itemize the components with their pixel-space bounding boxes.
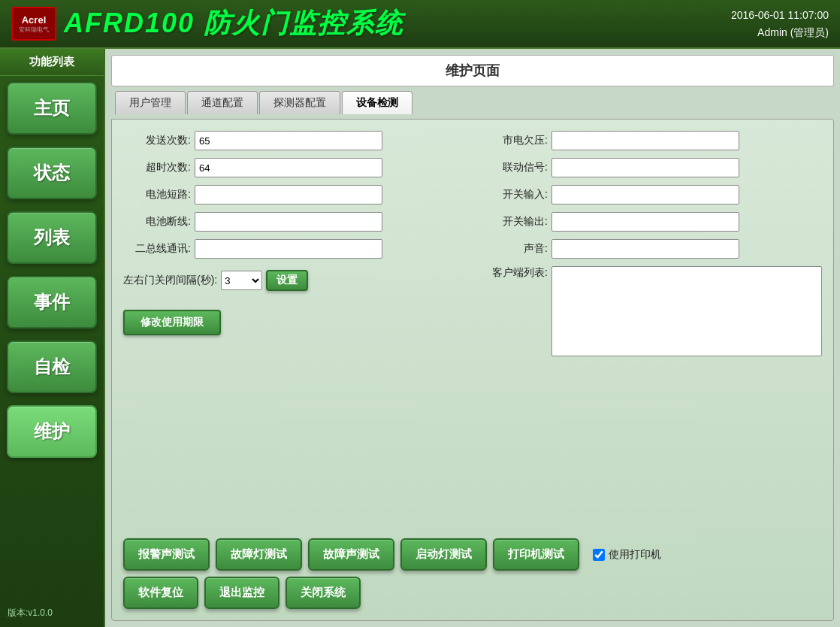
form-body: 发送次数: 超时次数: 电池短路: 电池断线: [123,131,822,525]
start-light-test-button[interactable]: 启动灯测试 [400,538,487,571]
sidebar-item-status[interactable]: 状态 [7,147,97,199]
sidebar-item-maintain[interactable]: 维护 [7,405,97,458]
form-panel: 发送次数: 超时次数: 电池短路: 电池断线: [111,119,834,621]
battery-short-label: 电池短路: [123,188,191,201]
datetime: 2016-06-01 11:07:00 [731,7,829,23]
door-interval-select[interactable]: 1 2 3 4 5 [221,271,262,290]
bus-comm-input[interactable] [195,239,382,259]
btn-row-1: 报警声测试 故障灯测试 故障声测试 启动灯测试 打印机测试 使用打印机 [123,538,822,571]
logo-text-main: Acrel [22,14,47,26]
switch-input-label: 开关输入: [480,188,548,201]
send-count-label: 发送次数: [123,134,191,147]
sidebar-item-event[interactable]: 事件 [7,276,97,329]
form-left: 发送次数: 超时次数: 电池短路: 电池断线: [123,131,465,525]
tabs-container: 用户管理 通道配置 探测器配置 设备检测 [111,91,834,114]
door-interval-label: 左右门关闭间隔(秒): [123,274,217,287]
modify-period-button[interactable]: 修改使用期限 [123,310,221,335]
bus-comm-row: 二总线通讯: [123,239,465,259]
sidebar-item-selfcheck[interactable]: 自检 [7,341,97,393]
close-system-button[interactable]: 关闭系统 [286,577,361,609]
print-checkbox-label[interactable]: 使用打印机 [609,548,661,562]
form-right: 市电欠压: 联动信号: 开关输入: 开关输出: [480,131,822,525]
content-area: 维护页面 用户管理 通道配置 探测器配置 设备检测 发送次数: 超时次数: [105,49,840,627]
battery-disconnect-input[interactable] [195,212,382,232]
version-label: 版本:v1.0.0 [0,601,104,627]
send-count-row: 发送次数: [123,131,465,150]
printer-test-button[interactable]: 打印机测试 [493,538,579,571]
fault-light-test-button[interactable]: 故障灯测试 [216,538,302,571]
fault-sound-test-button[interactable]: 故障声测试 [308,538,394,571]
switch-output-input[interactable] [551,212,739,232]
power-low-input[interactable] [551,131,739,150]
door-interval-row: 左右门关闭间隔(秒): 1 2 3 4 5 设置 [123,270,465,291]
logo-text-sub: 安科瑞电气 [19,26,49,34]
timeout-count-row: 超时次数: [123,158,465,177]
switch-output-row: 开关输出: [480,212,822,232]
battery-disconnect-row: 电池断线: [123,212,465,232]
main-layout: 功能列表 主页 状态 列表 事件 自检 维护 版本:v1.0.0 维护页面 用户… [0,49,840,627]
tab-device-detect[interactable]: 设备检测 [342,91,412,114]
app-title: AFRD100 防火门监控系统 [64,5,403,42]
logo-area: Acrel 安科瑞电气 AFRD100 防火门监控系统 [11,5,403,42]
battery-short-input[interactable] [195,185,382,204]
sidebar-item-home[interactable]: 主页 [7,82,97,135]
bus-comm-label: 二总线通讯: [123,242,191,256]
header-info: 2016-06-01 11:07:00 Admin (管理员) [731,7,829,41]
client-list-textarea[interactable] [551,266,822,356]
print-checkbox[interactable] [593,549,605,561]
sound-row: 声音: [480,239,822,259]
print-checkbox-area: 使用打印机 [593,548,661,562]
sidebar: 功能列表 主页 状态 列表 事件 自检 维护 版本:v1.0.0 [0,49,105,627]
sidebar-item-list[interactable]: 列表 [7,211,97,264]
battery-short-row: 电池短路: [123,185,465,204]
timeout-count-label: 超时次数: [123,161,191,174]
btn-row-2: 软件复位 退出监控 关闭系统 [123,577,822,609]
switch-output-label: 开关输出: [480,215,548,229]
linkage-signal-input[interactable] [551,158,739,177]
alarm-sound-test-button[interactable]: 报警声测试 [123,538,210,571]
sound-label: 声音: [480,242,548,256]
tab-user-mgmt[interactable]: 用户管理 [115,91,186,114]
power-low-row: 市电欠压: [480,131,822,150]
set-button[interactable]: 设置 [266,270,308,291]
tab-detector-cfg[interactable]: 探测器配置 [259,91,340,114]
sound-input[interactable] [551,239,739,259]
battery-disconnect-label: 电池断线: [123,215,191,229]
send-count-input[interactable] [195,131,382,150]
timeout-count-input[interactable] [195,158,382,177]
user-info: Admin (管理员) [731,24,829,41]
header: Acrel 安科瑞电气 AFRD100 防火门监控系统 2016-06-01 1… [0,0,840,49]
software-reset-button[interactable]: 软件复位 [123,577,198,609]
linkage-signal-label: 联动信号: [480,161,548,174]
tab-channel-cfg[interactable]: 通道配置 [187,91,258,114]
logo-box: Acrel 安科瑞电气 [11,7,56,41]
bottom-buttons: 报警声测试 故障灯测试 故障声测试 启动灯测试 打印机测试 使用打印机 软件复位… [123,538,822,609]
linkage-signal-row: 联动信号: [480,158,822,177]
client-list-row: 客户端列表: [480,266,822,356]
sidebar-header: 功能列表 [0,49,104,76]
client-list-label: 客户端列表: [480,266,548,280]
switch-input-input[interactable] [551,185,739,204]
page-title: 维护页面 [111,55,834,86]
exit-monitor-button[interactable]: 退出监控 [204,577,279,609]
power-low-label: 市电欠压: [480,134,548,147]
switch-input-row: 开关输入: [480,185,822,204]
